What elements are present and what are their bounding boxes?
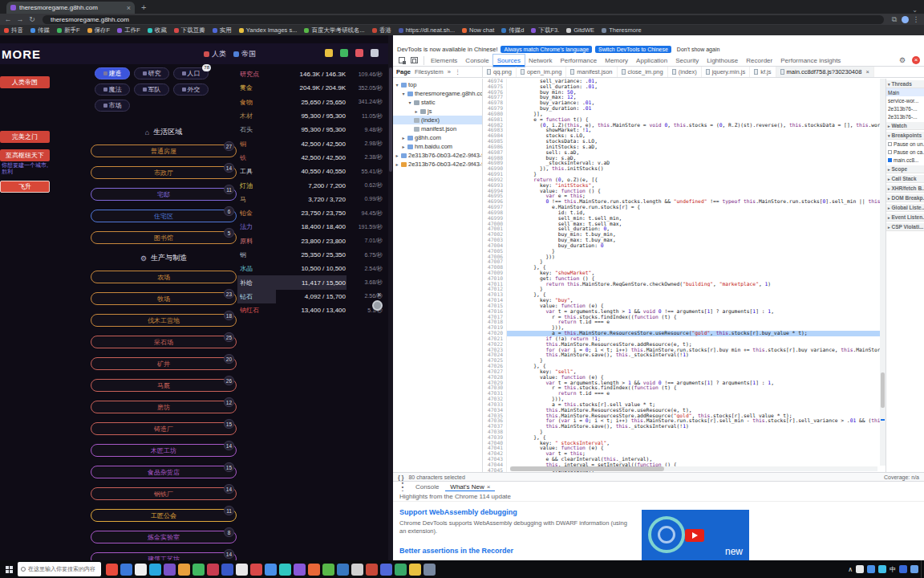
game-top-tab[interactable]: 人类 [204, 49, 226, 59]
code-line[interactable]: 47006 })) [483, 254, 886, 260]
file-tab[interactable]: (index) [668, 67, 702, 77]
code-line[interactable]: 46993 key: "initStocks", [483, 183, 886, 189]
tab-close-icon[interactable]: × [127, 4, 131, 12]
tray-icon[interactable] [910, 565, 918, 573]
devtools-tab-performance[interactable]: Performance [556, 55, 601, 67]
code-line[interactable]: 46978 buy_variance: .01, [483, 100, 886, 106]
code-line[interactable]: 46977 buy_max: 12, [483, 95, 886, 100]
code-line[interactable]: 46995 var e = this; [483, 193, 886, 199]
bookmark-item[interactable]: 传媒 [30, 26, 50, 35]
code-line[interactable]: 46979 buy_duration: .01 [483, 106, 886, 112]
taskbar-app-icon[interactable] [351, 564, 363, 576]
code-line[interactable]: 47011 return this.MainStore.ReqGenStore.… [483, 282, 886, 287]
code-line[interactable]: 46981 e = function t() { [483, 117, 886, 123]
code-line[interactable]: 47025 } [483, 358, 886, 364]
code-line[interactable]: 47042 var t = this; [483, 451, 886, 457]
bookmark-item[interactable]: 实用 [213, 26, 232, 35]
devtools-tab-elements[interactable]: Elements [427, 55, 461, 67]
code-line[interactable]: 46988 buy: s.aD, [483, 156, 886, 161]
tree-item[interactable]: ▾top [393, 80, 482, 89]
back-icon[interactable]: ← [3, 14, 13, 25]
bookmark-item[interactable]: 新手F [57, 26, 80, 35]
thread-worker-1[interactable]: 2e313b76-... [886, 104, 924, 112]
settings-gear-icon[interactable]: ⚙ [899, 56, 906, 64]
code-line[interactable]: 47007 } [483, 259, 886, 265]
taskbar-app-icon[interactable] [120, 564, 132, 576]
reload-icon[interactable]: ↻ [27, 14, 37, 25]
taskbar-app-icon[interactable] [337, 564, 349, 576]
taskbar-app-icon[interactable] [164, 564, 176, 576]
bookmark-item[interactable]: 百度大学考研线名... [304, 26, 364, 35]
code-line[interactable]: 47040 key: "_stocksInterval", [483, 441, 886, 446]
code-line[interactable]: 47004 buy_duration: 0 [483, 243, 886, 249]
building-button[interactable]: 马厩26 [91, 379, 237, 392]
bookmark-item[interactable]: 保存F [87, 26, 111, 35]
building-button[interactable]: 农场 [91, 271, 237, 283]
code-line[interactable]: 47036 for (var i = 0; i < t; i++) this.M… [483, 418, 886, 424]
sources-filesystem-tab[interactable]: Filesystem [415, 68, 444, 75]
file-tab[interactable]: kf.js [750, 67, 776, 77]
building-button[interactable]: 磨坊12 [91, 401, 237, 413]
overlay-button[interactable]: 完美之门 [0, 131, 50, 143]
game-top-tab[interactable]: 帝国 [233, 49, 256, 59]
taskbar-app-icon[interactable] [106, 564, 118, 576]
building-button[interactable]: 食品杂货店15 [91, 466, 237, 478]
scope-section[interactable]: ▸Scope [886, 165, 924, 173]
taskbar-search-box[interactable]: 在这里输入你要搜索的内容 [18, 562, 101, 576]
taskbar-app-icon[interactable] [308, 564, 320, 576]
horizontal-scrollbar[interactable] [510, 466, 877, 471]
code-line[interactable]: 47031 return t.id === e [483, 391, 886, 397]
nav-build[interactable]: 建造 [95, 67, 130, 79]
bookmark-item[interactable]: 工作F [117, 26, 140, 35]
dont-show-again-button[interactable]: Don't show again [675, 46, 722, 53]
code-line[interactable]: 47034 this.MainStore.ResourcesStore.useR… [483, 408, 886, 413]
scrollbar-thumb[interactable] [881, 372, 885, 407]
building-button[interactable]: 木匠工坊14 [91, 444, 237, 457]
scrollbar-thumb[interactable] [510, 466, 664, 471]
taskbar-app-icon[interactable] [366, 564, 378, 576]
call-stack-section[interactable]: ▸Call Stack [886, 175, 924, 183]
taskbar-app-icon[interactable] [380, 564, 392, 576]
bookmark-item[interactable]: Yandex Images s... [239, 26, 298, 34]
bookmark-item[interactable]: 下载F3. [531, 26, 559, 35]
code-line[interactable]: 47032 })), [483, 397, 886, 402]
drawer-tab-whats-new[interactable]: What's New× [445, 482, 495, 492]
nav-diplomacy[interactable]: 外交 [173, 83, 209, 96]
pause-on-uncaught-checkbox[interactable]: Pause on un... [886, 140, 924, 148]
forward-icon[interactable]: → [15, 14, 25, 25]
tray-icon[interactable] [856, 565, 864, 573]
sources-page-tab[interactable]: Page [396, 68, 411, 75]
devtools-tab-network[interactable]: Network [525, 55, 556, 67]
file-tab[interactable]: close_im.png [618, 67, 668, 77]
code-line[interactable]: 46975 sell_duration: .01, [483, 84, 886, 90]
always-match-language-button[interactable]: Always match Chrome's language [500, 46, 592, 53]
code-line[interactable]: 46998 id: t.id, [483, 210, 886, 216]
device-toolbar-icon[interactable] [411, 57, 418, 63]
code-line[interactable]: 47026 }, { [483, 364, 886, 369]
code-line[interactable]: 47018 return t.id === e [483, 320, 886, 325]
vertical-scrollbar[interactable] [880, 79, 886, 466]
code-line[interactable]: 47037 this.MainStore.save(), this._stock… [483, 424, 886, 429]
thread-main[interactable]: Main [886, 88, 924, 96]
code-line[interactable]: 46994 value: function () { [483, 189, 886, 194]
building-button[interactable]: 建筑工艺坊14 [91, 552, 237, 560]
code-line[interactable]: 46985 stocksData: s.LO, [483, 139, 886, 144]
address-bar[interactable]: theresmoregame.g8hh.com [43, 15, 884, 24]
file-tab[interactable]: jquery.min.js [702, 67, 751, 77]
code-line[interactable]: 46992 return (0, o.Z)(e, [{ [483, 177, 886, 183]
taskbar-app-icon[interactable] [178, 564, 190, 576]
thread-service-worker[interactable]: service-wor... [886, 96, 924, 104]
code-line[interactable]: 46997 e.MainStore.run.stocks[r] = { [483, 205, 886, 210]
switch-devtools-chinese-button[interactable]: Switch DevTools to Chinese [595, 46, 671, 53]
code-line[interactable]: 47028 value: function (e) { [483, 375, 886, 381]
file-tab[interactable]: manifest.json [566, 67, 617, 77]
bookmark-item[interactable]: Theresmore [602, 26, 641, 34]
bookmark-item[interactable]: 香港 [372, 26, 391, 35]
new-tab-button[interactable]: + [141, 2, 146, 12]
settings-gear-icon[interactable] [371, 49, 379, 57]
code-line[interactable]: 47023 for (var i = 0; i < t; i++) this.M… [483, 348, 886, 353]
whats-new-heading-2[interactable]: Better assertions in the Recorder [399, 547, 513, 555]
tree-item[interactable]: (index) [393, 116, 482, 124]
taskbar-app-icon[interactable] [294, 564, 306, 576]
tree-item[interactable]: ▸hm.baidu.com [393, 142, 482, 151]
